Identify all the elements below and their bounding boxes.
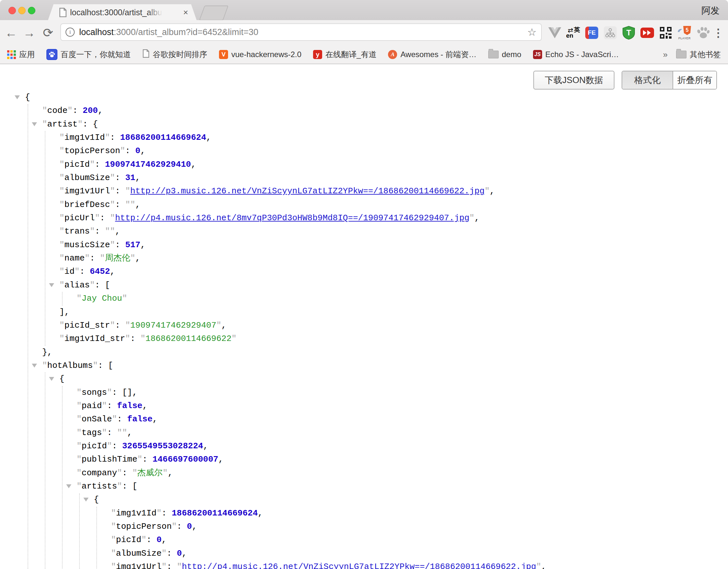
- json-quote: ": [77, 414, 82, 424]
- format-button[interactable]: 格式化: [622, 71, 673, 89]
- json-line: "topicPerson": 0,: [0, 520, 728, 533]
- json-quote: ": [90, 160, 95, 169]
- collapse-all-button[interactable]: 折叠所有: [673, 71, 716, 89]
- json-number: 0: [177, 549, 182, 558]
- json-line: "alias": [: [0, 279, 728, 292]
- json-quote: ": [59, 240, 65, 250]
- json-string: Jay Chou: [82, 294, 122, 303]
- json-quote: ": [105, 133, 110, 142]
- json-colon: :: [100, 213, 110, 223]
- json-quote: ": [77, 441, 82, 451]
- json-comma: ,: [162, 535, 167, 545]
- youdao-translate-icon[interactable]: 英 ⇄ en: [566, 26, 580, 40]
- bookmark-vue-hackernews[interactable]: V vue-hackernews-2.0: [219, 50, 301, 59]
- bookmarks-overflow-chevron[interactable]: »: [663, 50, 668, 60]
- qr-code-icon[interactable]: [659, 25, 673, 40]
- close-tab-icon[interactable]: ×: [183, 7, 188, 17]
- json-line: "onSale": false,: [0, 413, 728, 426]
- sitemap-icon[interactable]: [603, 25, 617, 40]
- html5-player-icon[interactable]: 5 PLAYER: [677, 25, 692, 40]
- bookmark-label: Awesomes - 前端资…: [400, 49, 476, 60]
- json-colon: :: [110, 133, 120, 142]
- bookmark-demo-folder[interactable]: demo: [488, 50, 521, 59]
- json-bracket: [: [108, 361, 113, 370]
- collapse-triangle-icon[interactable]: [66, 484, 71, 488]
- json-line: "trans": "",: [0, 225, 728, 238]
- bookmark-baidu[interactable]: 百度一下，你就知道: [46, 49, 131, 60]
- json-quote: ": [137, 454, 142, 464]
- json-quote: ": [59, 253, 65, 263]
- json-url-link[interactable]: http://p3.music.126.net/VnZiScyynLG7atLI…: [130, 186, 484, 196]
- browser-menu-icon[interactable]: ⋮: [712, 20, 725, 45]
- bookmark-echojs[interactable]: JS Echo JS - JavaScri…: [533, 50, 619, 59]
- json-colon: :: [83, 119, 93, 129]
- forward-button[interactable]: →: [21, 20, 38, 45]
- download-json-button[interactable]: 下载JSON数据: [533, 71, 614, 90]
- json-quote: ": [90, 280, 95, 290]
- collapse-triangle-icon[interactable]: [49, 283, 54, 287]
- json-colon: :: [115, 173, 125, 183]
- collapse-triangle-icon[interactable]: [49, 377, 54, 381]
- svg-text:T: T: [626, 28, 631, 37]
- json-quote: ": [77, 481, 82, 491]
- collapse-triangle-icon[interactable]: [32, 364, 37, 368]
- json-comma: ,: [203, 441, 208, 451]
- address-bar[interactable]: i localhost:3000/artist_album?id=6452&li…: [60, 23, 542, 41]
- apps-grid-icon: [7, 50, 16, 59]
- json-quote: ": [117, 481, 122, 491]
- fe-helper-icon[interactable]: FE: [585, 25, 599, 40]
- reload-button[interactable]: ⟳: [40, 20, 56, 45]
- json-url-link[interactable]: http://p4.music.126.net/8mv7qP30Pd3oHW8b…: [115, 213, 469, 223]
- page-info-icon[interactable]: i: [66, 28, 75, 37]
- collapse-triangle-icon[interactable]: [32, 122, 37, 126]
- json-comma: ,: [490, 186, 495, 196]
- bookmark-google-sort[interactable]: 谷歌按时间排序: [142, 49, 207, 60]
- bookmark-label: 谷歌按时间排序: [153, 49, 207, 60]
- json-quote: ": [95, 213, 100, 223]
- bookmark-apps[interactable]: 应用: [7, 49, 35, 60]
- youdao-en-label: en: [566, 32, 573, 39]
- new-tab-button[interactable]: [199, 6, 229, 20]
- tampermonkey-shield-icon[interactable]: T: [622, 25, 636, 40]
- json-line: "hotAlbums": [: [0, 359, 728, 372]
- minimize-window-button[interactable]: [18, 7, 26, 14]
- json-number: 517: [125, 240, 140, 250]
- json-quote: ": [125, 200, 130, 210]
- json-key: img1v1Id_str: [65, 334, 125, 344]
- bookmark-youdao[interactable]: y 在线翻译_有道: [313, 49, 376, 60]
- collapse-triangle-icon[interactable]: [83, 498, 89, 502]
- json-key: img1v1Url: [116, 562, 162, 569]
- json-line: "id": 6452,: [0, 265, 728, 278]
- json-colon: :: [115, 321, 125, 330]
- paw-print-icon[interactable]: [696, 25, 710, 40]
- close-window-button[interactable]: [8, 7, 16, 14]
- json-quote: ": [59, 173, 65, 183]
- json-line: "code": 200,: [0, 104, 728, 117]
- json-quote: ": [59, 146, 65, 156]
- json-number: 0: [156, 535, 162, 545]
- json-colon: :: [79, 267, 90, 276]
- json-colon: :: [162, 508, 172, 518]
- json-line: {: [0, 372, 728, 386]
- collapse-triangle-icon[interactable]: [15, 95, 20, 99]
- json-quote: ": [59, 280, 65, 290]
- video-downloader-icon[interactable]: [640, 25, 654, 40]
- tab-title-fade: [148, 6, 169, 19]
- json-number: 19097417462929410: [105, 160, 191, 169]
- fullscreen-window-button[interactable]: [28, 7, 35, 14]
- json-line: "img1v1Id": 18686200114669624,: [0, 131, 728, 144]
- json-line: "topicPerson": 0,: [0, 144, 728, 158]
- vue-devtools-icon[interactable]: [548, 25, 562, 40]
- bookmark-label: vue-hackernews-2.0: [231, 50, 301, 59]
- json-quote: ": [172, 522, 177, 531]
- json-url-link[interactable]: http://p4.music.126.net/VnZiScyynLG7atLI…: [182, 562, 536, 569]
- json-line: "Jay Chou": [0, 292, 728, 305]
- bookmark-awesomes[interactable]: A Awesomes - 前端资…: [388, 49, 476, 60]
- json-quote: ": [125, 334, 130, 344]
- active-tab[interactable]: localhost:3000/artist_album?id ×: [48, 4, 197, 20]
- json-key: img1v1Id: [116, 508, 157, 518]
- back-button[interactable]: ←: [3, 20, 19, 45]
- bookmark-star-icon[interactable]: ☆: [527, 26, 537, 38]
- other-bookmarks-folder[interactable]: 其他书签: [676, 49, 721, 60]
- page-icon: [142, 49, 150, 60]
